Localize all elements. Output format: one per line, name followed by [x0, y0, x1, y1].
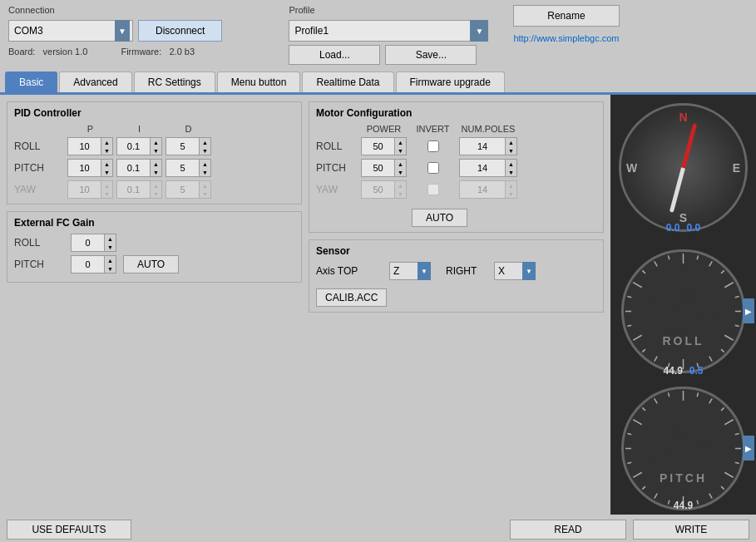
fc-roll-up[interactable]: ▲	[104, 234, 116, 243]
website-link[interactable]: http://www.simplebgc.com	[513, 33, 619, 43]
fc-roll-down[interactable]: ▼	[104, 243, 116, 251]
com-port-select[interactable]: COM3	[8, 20, 133, 42]
fc-roll-value[interactable]	[72, 238, 104, 248]
pid-pitch-d-down[interactable]: ▼	[199, 168, 210, 176]
sensor-right-dropdown[interactable]: X ▼	[494, 262, 536, 280]
motor-roll-power-up[interactable]: ▲	[394, 138, 406, 146]
pid-roll-d-down[interactable]: ▼	[199, 146, 210, 155]
motor-pitch-power-value[interactable]	[362, 163, 394, 173]
pid-roll-d-up[interactable]: ▲	[199, 138, 210, 146]
pid-pitch-i-input[interactable]: ▲ ▼	[116, 159, 162, 177]
pid-roll-p-up[interactable]: ▲	[101, 138, 112, 146]
pid-roll-i-up[interactable]: ▲	[150, 138, 161, 146]
fc-pitch-up[interactable]: ▲	[104, 256, 116, 264]
use-defaults-button[interactable]: USE DEFAULTS	[7, 520, 131, 540]
pid-roll-d-value[interactable]	[166, 141, 199, 151]
pid-pitch-p-spinners: ▲ ▼	[101, 160, 112, 176]
motor-roll-poles-up[interactable]: ▲	[505, 138, 516, 146]
fc-pitch-input[interactable]: ▲ ▼	[71, 255, 116, 273]
profile-select[interactable]: Profile1	[289, 20, 488, 42]
pid-roll-i-value[interactable]	[117, 141, 150, 151]
bottom-buttons-bar: USE DEFAULTS READ WRITE	[0, 515, 756, 542]
load-button[interactable]: Load...	[289, 45, 380, 65]
pid-roll-p-input[interactable]: ▲ ▼	[67, 137, 113, 155]
motor-roll-power-value[interactable]	[362, 141, 394, 151]
motor-roll-label: ROLL	[316, 140, 358, 152]
motor-pitch-poles-up[interactable]: ▲	[505, 160, 516, 168]
write-button[interactable]: WRITE	[633, 520, 749, 540]
pitch-gauge-container: PITCH 44.9 ▶	[610, 382, 756, 515]
sensor-axis-select[interactable]: Z	[389, 262, 431, 280]
motor-roll-power-down[interactable]: ▼	[394, 146, 406, 155]
fc-roll-input[interactable]: ▲ ▼	[71, 234, 116, 252]
tab-advanced[interactable]: Advanced	[59, 71, 131, 92]
tab-firmware-upgrade[interactable]: Firmware upgrade	[396, 71, 505, 92]
sensor-right-select[interactable]: X	[494, 262, 536, 280]
pid-yaw-p-up: ▲	[101, 181, 112, 190]
pid-roll-d-input[interactable]: ▲ ▼	[166, 137, 211, 155]
motor-pitch-poles-value[interactable]	[460, 163, 505, 173]
pid-roll-p-down[interactable]: ▼	[101, 146, 112, 155]
pid-row-roll: ROLL ▲ ▼	[14, 137, 294, 155]
save-button[interactable]: Save...	[385, 45, 477, 65]
disconnect-button[interactable]: Disconnect	[138, 20, 222, 42]
motor-yaw-power-value	[362, 185, 394, 195]
motor-pitch-power-up[interactable]: ▲	[394, 160, 406, 168]
tab-basic[interactable]: Basic	[5, 71, 57, 92]
fc-pitch-down[interactable]: ▼	[104, 264, 116, 273]
motor-pitch-invert-cell[interactable]	[410, 162, 456, 174]
tab-rc-settings[interactable]: RC Settings	[134, 71, 215, 92]
read-button[interactable]: READ	[510, 520, 626, 540]
pid-pitch-p-down[interactable]: ▼	[101, 168, 112, 176]
pid-pitch-i-value[interactable]	[117, 163, 150, 173]
pid-pitch-d-value[interactable]	[166, 163, 199, 173]
sensor-axis-dropdown[interactable]: Z ▼	[389, 262, 431, 280]
motor-pitch-power-input[interactable]: ▲ ▼	[361, 159, 407, 177]
pid-yaw-i-input: ▲ ▼	[116, 180, 162, 199]
pid-yaw-d-spinners: ▲ ▼	[199, 181, 210, 198]
motor-roll-power-input[interactable]: ▲ ▼	[361, 137, 407, 155]
motor-roll-poles-input[interactable]: ▲ ▼	[459, 137, 517, 155]
pid-roll-i-down[interactable]: ▼	[150, 146, 161, 155]
pid-pitch-p-value[interactable]	[68, 163, 101, 173]
tab-realtime-data[interactable]: Realtime Data	[302, 71, 393, 92]
pitch-expand-button[interactable]: ▶	[743, 436, 754, 461]
pid-pitch-p-up[interactable]: ▲	[101, 160, 112, 168]
motor-roll-poles-value[interactable]	[460, 141, 505, 151]
profile-select-wrapper[interactable]: Profile1 ▼	[289, 20, 488, 42]
motor-roll-invert-cell[interactable]	[410, 140, 456, 152]
compass-inner: N S W E	[621, 106, 745, 229]
main-window: Connection COM3 ▼ Disconnect Board: vers…	[0, 0, 756, 542]
pitch-gauge-svg: PITCH	[619, 384, 748, 513]
com-port-combo[interactable]: COM3 ▼	[8, 20, 133, 42]
pid-pitch-i-up[interactable]: ▲	[150, 160, 161, 168]
pid-pitch-i-down[interactable]: ▼	[150, 168, 161, 176]
motor-roll-poles-down[interactable]: ▼	[505, 146, 516, 155]
fc-pitch-value[interactable]	[72, 259, 104, 269]
motor-yaw-power-down: ▼	[394, 190, 406, 198]
pid-roll-i-input[interactable]: ▲ ▼	[116, 137, 162, 155]
fc-roll-label: ROLL	[14, 237, 64, 249]
motor-pitch-label: PITCH	[316, 162, 358, 174]
motor-roll-invert-checkbox[interactable]	[427, 140, 439, 152]
roll-expand-button[interactable]: ▶	[743, 298, 754, 323]
pid-pitch-p-input[interactable]: ▲ ▼	[67, 159, 113, 177]
motor-auto-button[interactable]: AUTO	[412, 209, 467, 227]
fc-auto-button[interactable]: AUTO	[123, 255, 179, 273]
tab-menu-button[interactable]: Menu button	[217, 71, 301, 92]
motor-pitch-invert-checkbox[interactable]	[427, 162, 439, 174]
motor-table: POWER INVERT NUM.POLES ROLL ▲	[316, 124, 596, 227]
pid-pitch-d-up[interactable]: ▲	[199, 160, 210, 168]
pid-roll-p-spinners: ▲ ▼	[101, 138, 112, 155]
pid-yaw-i-spinners: ▲ ▼	[150, 181, 161, 198]
pid-pitch-d-input[interactable]: ▲ ▼	[166, 159, 211, 177]
motor-yaw-power-spinners: ▲ ▼	[394, 181, 406, 198]
motor-pitch-power-down[interactable]: ▼	[394, 168, 406, 176]
motor-yaw-poles-spinners: ▲ ▼	[505, 181, 516, 198]
pid-roll-p-value[interactable]	[68, 141, 101, 151]
compass-val1: 0.0	[666, 222, 680, 234]
motor-pitch-poles-down[interactable]: ▼	[505, 168, 516, 176]
calib-acc-button[interactable]: CALIB.ACC	[316, 288, 387, 307]
rename-button[interactable]: Rename	[513, 5, 619, 27]
motor-pitch-poles-input[interactable]: ▲ ▼	[459, 159, 517, 177]
